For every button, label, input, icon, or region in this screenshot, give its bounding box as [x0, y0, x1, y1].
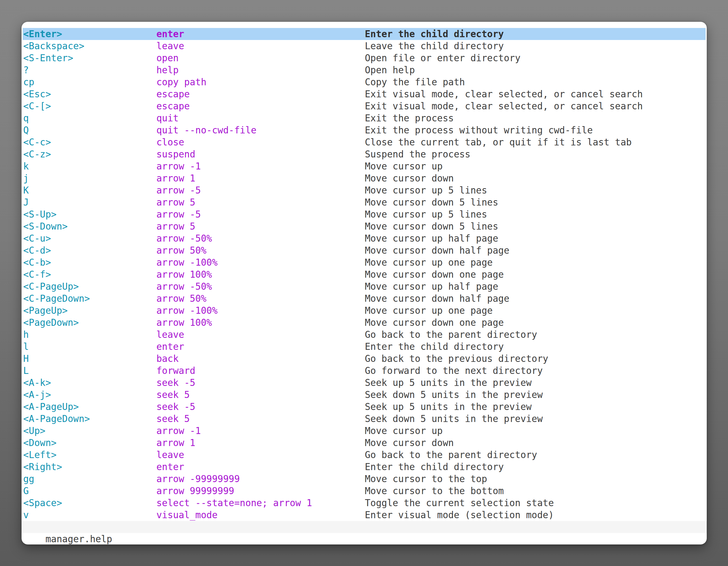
keybind-command: enter [156, 461, 365, 473]
keybind-command: leave [156, 328, 365, 340]
keybind-row[interactable]: <C-u> arrow -50% Move cursor up half pag… [23, 233, 706, 245]
keybind-description: Go back to the parent directory [365, 449, 706, 461]
keybind-row[interactable]: <C-b> arrow -100% Move cursor up one pag… [23, 257, 706, 269]
keybind-row[interactable]: <PageUp> arrow -100% Move cursor up one … [23, 304, 706, 316]
keybind-row[interactable]: ? help Open help [23, 64, 706, 76]
keybind-description: Exit the process without writing cwd-fil… [365, 124, 706, 136]
keybind-row[interactable]: l enter Enter the child directory [23, 340, 706, 353]
keybind-description: Move cursor up one page [365, 304, 706, 316]
keybind-description: Go back to the parent directory [365, 328, 706, 340]
keybind-row[interactable]: <A-j> seek 5 Seek down 5 units in the pr… [23, 389, 706, 401]
keybind-description: Seek up 5 units in the preview [365, 377, 706, 389]
keybind-row[interactable]: <PageDown> arrow 100% Move cursor down o… [23, 316, 706, 328]
keybind-row[interactable]: q quit Exit the process [23, 112, 706, 124]
keybind-row[interactable]: G arrow 99999999 Move cursor to the bott… [23, 485, 706, 497]
keybind-command: arrow 100% [156, 316, 365, 328]
keybind-description: Enter visual mode (selection mode) [365, 509, 706, 521]
keybind-key: <A-j> [23, 389, 156, 401]
keybind-row[interactable]: gg arrow -99999999 Move cursor to the to… [23, 473, 706, 485]
keybind-command: arrow -1 [156, 425, 365, 437]
keybind-description: Open help [365, 64, 706, 76]
keybind-description: Move cursor to the top [365, 473, 706, 485]
keybind-row[interactable]: <Right> enter Enter the child directory [23, 461, 706, 473]
keybind-command: enter [156, 28, 365, 40]
keybind-row[interactable]: <S-Up> arrow -5 Move cursor up 5 lines [23, 208, 706, 220]
keybind-row[interactable]: <Left> leave Go back to the parent direc… [23, 449, 706, 461]
keybind-command: leave [156, 449, 365, 461]
keybind-row[interactable]: h leave Go back to the parent directory [23, 328, 706, 340]
keybind-command: arrow 1 [156, 437, 365, 449]
keybind-command: arrow -100% [156, 304, 365, 316]
keybind-row[interactable]: <Esc> escape Exit visual mode, clear sel… [23, 88, 706, 100]
keybind-row[interactable]: Q quit --no-cwd-file Exit the process wi… [23, 124, 706, 136]
keybind-row[interactable]: k arrow -1 Move cursor up [23, 160, 706, 172]
keybind-row[interactable]: <A-PageUp> seek -5 Seek up 5 units in th… [23, 401, 706, 413]
keybind-key: h [23, 328, 156, 340]
keybind-row[interactable]: <Backspace> leave Leave the child direct… [23, 40, 706, 52]
keybind-command: help [156, 64, 365, 76]
keybind-command: arrow 99999999 [156, 485, 365, 497]
keybind-description: Copy the file path [365, 76, 706, 88]
keybind-row[interactable]: <Space> select --state=none; arrow 1 Tog… [23, 497, 706, 509]
keybind-key: <S-Up> [23, 208, 156, 220]
keybind-key: J [23, 196, 156, 208]
keybind-row[interactable]: H back Go back to the previous directory [23, 353, 706, 365]
keybind-key: <S-Enter> [23, 52, 156, 64]
keybind-command: arrow 100% [156, 269, 365, 281]
keybind-command: arrow -100% [156, 257, 365, 269]
keybind-row[interactable]: v visual_mode Enter visual mode (selecti… [23, 509, 706, 521]
keybind-key: <C-d> [23, 245, 156, 257]
keybind-row[interactable]: <S-Enter> open Open file or enter direct… [23, 52, 706, 64]
keybind-row[interactable]: <Down> arrow 1 Move cursor down [23, 437, 706, 449]
keybind-key: <Enter> [23, 28, 156, 40]
keybind-description: Move cursor up 5 lines [365, 184, 706, 196]
keybind-row[interactable]: <C-z> suspend Suspend the process [23, 148, 706, 160]
keybind-row[interactable]: <Up> arrow -1 Move cursor up [23, 425, 706, 437]
keybind-row[interactable]: <A-k> seek -5 Seek up 5 units in the pre… [23, 377, 706, 389]
keybind-key: Q [23, 124, 156, 136]
keybind-key: <C-PageDown> [23, 292, 156, 304]
keybind-command: arrow -99999999 [156, 473, 365, 485]
keybind-row[interactable]: <C-PageUp> arrow -50% Move cursor up hal… [23, 281, 706, 292]
keybind-key: <A-k> [23, 377, 156, 389]
keybind-row[interactable]: <S-Down> arrow 5 Move cursor down 5 line… [23, 220, 706, 233]
keybind-command: enter [156, 340, 365, 353]
keybind-command: open [156, 52, 365, 64]
keybind-description: Seek up 5 units in the preview [365, 401, 706, 413]
keybind-description: Close the current tab, or quit if it is … [365, 136, 706, 148]
keybind-row[interactable]: <A-PageDown> seek 5 Seek down 5 units in… [23, 413, 706, 425]
keybind-row[interactable]: <C-f> arrow 100% Move cursor down one pa… [23, 269, 706, 281]
keybind-description: Move cursor down half page [365, 292, 706, 304]
keybind-command: seek 5 [156, 389, 365, 401]
keybind-row[interactable]: <Enter> enter Enter the child directory [23, 28, 706, 40]
keybind-description: Exit the process [365, 112, 706, 124]
keybind-key: <Space> [23, 497, 156, 509]
keybind-key: L [23, 365, 156, 377]
keybind-key: G [23, 485, 156, 497]
keybind-row[interactable]: J arrow 5 Move cursor down 5 lines [23, 196, 706, 208]
keybind-row[interactable]: L forward Go forward to the next directo… [23, 365, 706, 377]
keybind-command: copy path [156, 76, 365, 88]
keybind-description: Move cursor up half page [365, 281, 706, 292]
keybind-command: seek -5 [156, 401, 365, 413]
keybind-description: Seek down 5 units in the preview [365, 389, 706, 401]
keybind-row[interactable]: cp copy path Copy the file path [23, 76, 706, 88]
keybind-description: Go forward to the next directory [365, 365, 706, 377]
keybind-key: <Up> [23, 425, 156, 437]
keybind-description: Move cursor up half page [365, 233, 706, 245]
keybind-command: seek -5 [156, 377, 365, 389]
keybind-key: k [23, 160, 156, 172]
keybind-row[interactable]: <C-d> arrow 50% Move cursor down half pa… [23, 245, 706, 257]
keybind-command: arrow -5 [156, 208, 365, 220]
keybind-row[interactable]: <C-[> escape Exit visual mode, clear sel… [23, 100, 706, 112]
keybind-row[interactable]: <C-c> close Close the current tab, or qu… [23, 136, 706, 148]
keybind-description: Toggle the current selection state [365, 497, 706, 509]
status-layer-label: manager.help [45, 534, 112, 544]
keybind-row[interactable]: j arrow 1 Move cursor down [23, 172, 706, 184]
keybind-key: <C-u> [23, 233, 156, 245]
keybind-row[interactable]: K arrow -5 Move cursor up 5 lines [23, 184, 706, 196]
keybind-key: <A-PageUp> [23, 401, 156, 413]
keybind-command: arrow -1 [156, 160, 365, 172]
keybind-command: select --state=none; arrow 1 [156, 497, 365, 509]
keybind-row[interactable]: <C-PageDown> arrow 50% Move cursor down … [23, 292, 706, 304]
